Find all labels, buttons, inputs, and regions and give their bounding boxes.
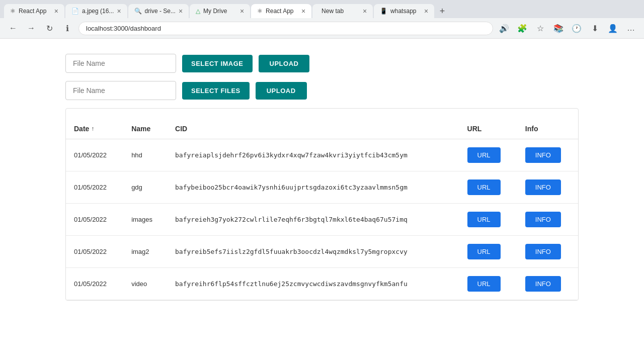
tab-favicon: △ xyxy=(196,8,200,15)
sort-arrow-icon: ↑ xyxy=(91,125,94,132)
url-cell: URL xyxy=(459,268,517,300)
date-header[interactable]: Date ↑ xyxy=(66,119,123,139)
tab-bar: ⚛ React App × 📄 a.jpeg (16... × 🔍 drive … xyxy=(0,0,644,18)
url-button[interactable]: URL xyxy=(467,244,501,259)
tab-close-btn[interactable]: × xyxy=(363,7,367,15)
date-cell: 01/05/2022 xyxy=(66,139,123,171)
info-cell: INFO xyxy=(517,204,578,236)
favorites-icon[interactable]: ☆ xyxy=(533,21,547,35)
tab-close-btn[interactable]: × xyxy=(240,7,244,15)
url-header: URL xyxy=(459,119,517,139)
url-input[interactable] xyxy=(78,22,493,35)
history-icon[interactable]: 🕐 xyxy=(570,21,584,35)
table-row: 01/05/2022 video bafyreihr6flp54sffcztln… xyxy=(66,268,578,300)
url-button[interactable]: URL xyxy=(467,212,501,227)
tab-label: whatsapp xyxy=(390,8,416,15)
info-button[interactable]: INFO xyxy=(525,147,561,163)
tab-react-app-1[interactable]: ⚛ React App × xyxy=(4,4,64,18)
cid-cell: bafyreib5efs7iislz2gfdl5fuuakrb3oocdzl4w… xyxy=(167,236,459,268)
info-button[interactable]: INFO xyxy=(525,276,561,292)
downloads-icon[interactable]: ⬇ xyxy=(588,21,602,35)
image-file-name-input[interactable] xyxy=(65,54,176,73)
name-cell: imag2 xyxy=(123,236,167,268)
extension-icon[interactable]: 🧩 xyxy=(515,21,529,35)
tab-whatsapp[interactable]: 📱 whatsapp × xyxy=(374,4,434,18)
date-cell: 01/05/2022 xyxy=(66,236,123,268)
url-button[interactable]: URL xyxy=(467,276,501,292)
tab-favicon: ⚛ xyxy=(257,8,263,15)
new-tab-button[interactable]: + xyxy=(435,4,449,18)
refresh-button[interactable]: ↻ xyxy=(42,21,56,35)
table-row: 01/05/2022 imag2 bafyreib5efs7iislz2gfdl… xyxy=(66,236,578,268)
name-cell: gdg xyxy=(123,171,167,204)
table-row: 01/05/2022 gdg bafybeiboo25bcr4oawik7ysn… xyxy=(66,171,578,204)
info-cell: INFO xyxy=(517,139,578,171)
settings-icon[interactable]: … xyxy=(624,21,638,35)
select-files-button[interactable]: SELECT FILES xyxy=(182,82,250,100)
tab-favicon: 📱 xyxy=(380,8,387,15)
tab-close-btn[interactable]: × xyxy=(301,7,305,15)
upload-image-button[interactable]: UPLOAD xyxy=(259,55,310,72)
info-cell: INFO xyxy=(517,171,578,204)
tab-label: My Drive xyxy=(203,8,227,15)
info-button[interactable]: INFO xyxy=(525,179,561,195)
cid-cell: bafyreihr6flp54sffcztlnu6ej25zcmvycwcdiw… xyxy=(167,268,459,300)
table-row: 01/05/2022 images bafyreieh3g7yok272cwlr… xyxy=(66,204,578,236)
data-table-wrapper: Date ↑ Name CID URL Info xyxy=(65,108,579,301)
tab-label: React App xyxy=(19,8,46,15)
name-cell: hhd xyxy=(123,139,167,171)
name-cell: images xyxy=(123,204,167,236)
upload-files-button[interactable]: UPLOAD xyxy=(256,82,307,100)
tab-drive-se[interactable]: 🔍 drive - Se... × xyxy=(128,4,189,18)
back-button[interactable]: ← xyxy=(6,21,20,35)
url-button[interactable]: URL xyxy=(467,179,501,195)
info-cell: INFO xyxy=(517,236,578,268)
tab-my-drive[interactable]: △ My Drive × xyxy=(190,4,250,18)
read-aloud-icon[interactable]: 🔊 xyxy=(497,21,511,35)
tab-close-btn[interactable]: × xyxy=(117,7,121,15)
tab-a-jpeg[interactable]: 📄 a.jpeg (16... × xyxy=(65,4,127,18)
forward-button[interactable]: → xyxy=(24,21,38,35)
url-cell: URL xyxy=(459,139,517,171)
tab-label: a.jpeg (16... xyxy=(82,8,114,15)
tab-react-app-2[interactable]: ⚛ React App × xyxy=(251,4,311,18)
tab-close-btn[interactable]: × xyxy=(54,7,58,15)
tab-favicon: 📄 xyxy=(71,8,79,15)
tab-close-btn[interactable]: × xyxy=(424,7,428,15)
select-image-button[interactable]: SELECT IMAGE xyxy=(182,55,253,72)
url-cell: URL xyxy=(459,171,517,204)
tab-favicon: ⚛ xyxy=(10,8,16,15)
info-button[interactable]: INFO xyxy=(525,212,561,227)
url-button[interactable]: URL xyxy=(467,147,501,163)
address-bar: ← → ↻ ℹ 🔊 🧩 ☆ 📚 🕐 ⬇ 👤 … xyxy=(0,18,644,38)
cid-header: CID xyxy=(167,119,459,139)
table-header-row: Date ↑ Name CID URL Info xyxy=(66,119,578,139)
upload-files-section: SELECT FILES UPLOAD xyxy=(65,81,579,100)
tab-close-btn[interactable]: × xyxy=(179,7,183,15)
files-table: Date ↑ Name CID URL Info xyxy=(66,119,578,300)
collections-icon[interactable]: 📚 xyxy=(551,21,566,35)
cid-cell: bafyreiaplsjdehrf26pv6i3kydxr4xqw7fzaw4k… xyxy=(167,139,459,171)
table-row: 01/05/2022 hhd bafyreiaplsjdehrf26pv6i3k… xyxy=(66,139,578,171)
cid-cell: bafyreieh3g7yok272cwlrlile7eqhf6r3bgtql7… xyxy=(167,204,459,236)
url-cell: URL xyxy=(459,236,517,268)
url-cell: URL xyxy=(459,204,517,236)
upload-image-section: SELECT IMAGE UPLOAD xyxy=(65,54,579,73)
info-button[interactable]: INFO xyxy=(525,244,561,259)
files-file-name-input[interactable] xyxy=(65,81,176,100)
date-cell: 01/05/2022 xyxy=(66,171,123,204)
main-content: SELECT IMAGE UPLOAD SELECT FILES UPLOAD … xyxy=(0,39,644,316)
name-header: Name xyxy=(123,119,167,139)
tab-label: React App xyxy=(266,8,293,15)
info-icon[interactable]: ℹ xyxy=(60,21,74,35)
tab-new-tab[interactable]: New tab × xyxy=(312,4,373,18)
info-cell: INFO xyxy=(517,268,578,300)
browser-chrome: ⚛ React App × 📄 a.jpeg (16... × 🔍 drive … xyxy=(0,0,644,39)
tab-label: drive - Se... xyxy=(145,8,176,15)
tab-favicon: 🔍 xyxy=(134,8,142,15)
cid-cell: bafybeiboo25bcr4oawik7ysnhi6uujprtsgdazo… xyxy=(167,171,459,204)
tab-label: New tab xyxy=(321,8,344,15)
name-cell: video xyxy=(123,268,167,300)
profile-icon[interactable]: 👤 xyxy=(606,21,620,35)
info-header: Info xyxy=(517,119,578,139)
